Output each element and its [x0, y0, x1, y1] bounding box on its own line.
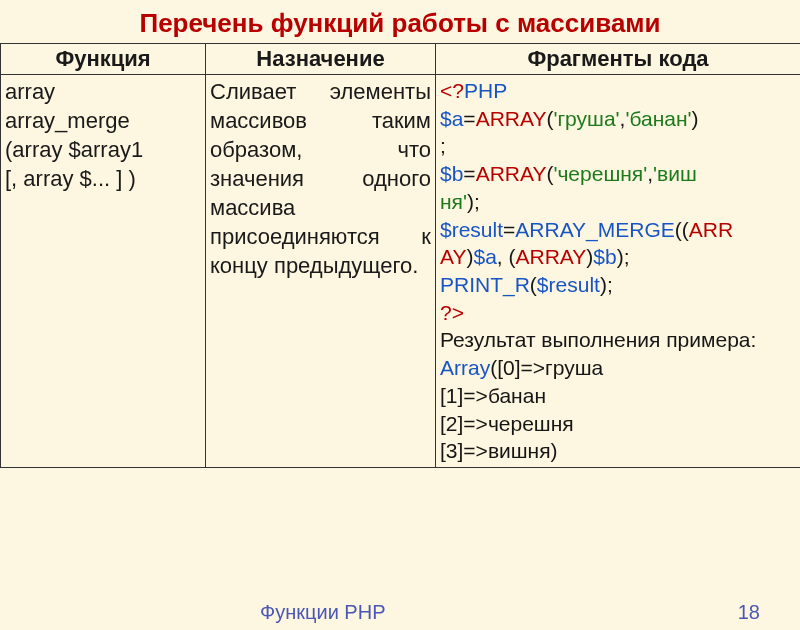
header-function: Функция [1, 44, 206, 75]
output-line: [1]=>банан [440, 382, 796, 410]
table-header-row: Функция Назначение Фрагменты кода [1, 44, 801, 75]
code-line: $a=array('груша','банан') [440, 105, 796, 133]
cell-function: array array_merge (array $array1 [, arra… [1, 75, 206, 468]
cell-description: Сливает элементы массивов таким образом,… [206, 75, 436, 468]
functions-table: Функция Назначение Фрагменты кода array … [0, 43, 800, 468]
code-line: ня'); [440, 188, 796, 216]
footer: Функции PHP 18 [0, 601, 800, 624]
code-line: <?PHP [440, 77, 796, 105]
func-line: (array $array1 [5, 135, 201, 164]
func-line: array [5, 77, 201, 106]
page-title: Перечень функций работы с массивами [0, 0, 800, 43]
code-line: ?> [440, 299, 796, 327]
output-line: [2]=>черешня [440, 410, 796, 438]
header-purpose: Назначение [206, 44, 436, 75]
code-line: $result=array_merge((arr [440, 216, 796, 244]
func-line: array_merge [5, 106, 201, 135]
footer-label: Функции PHP [260, 601, 385, 624]
output-line: Array([0]=>груша [440, 354, 796, 382]
table-row: array array_merge (array $array1 [, arra… [1, 75, 801, 468]
code-line: ; [440, 132, 796, 160]
cell-code: <?PHP $a=array('груша','банан') ; $b=arr… [436, 75, 801, 468]
output-line: [3]=>вишня) [440, 437, 796, 465]
func-line: [, array $... ] ) [5, 164, 201, 193]
code-line: print_r($result); [440, 271, 796, 299]
code-line: ay)$a, (array)$b); [440, 243, 796, 271]
code-line: $b=array('черешня','виш [440, 160, 796, 188]
result-label: Результат выполнения примера: [440, 326, 796, 354]
header-code: Фрагменты кода [436, 44, 801, 75]
page-number: 18 [738, 601, 760, 624]
